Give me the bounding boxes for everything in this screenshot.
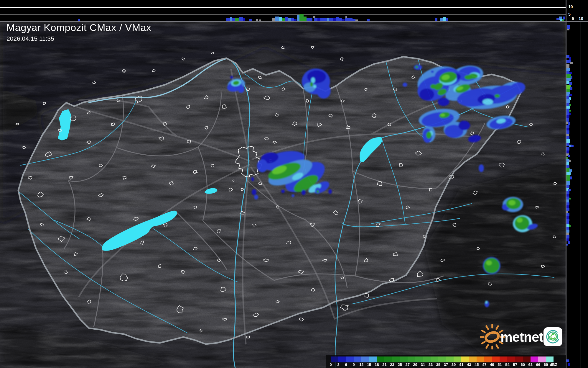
projection-echo [566, 106, 570, 109]
projection-echo [235, 18, 239, 21]
radar-echo [431, 71, 434, 73]
logo-text: metnet [500, 329, 543, 345]
brand-logo: metnet [480, 322, 566, 351]
projection-echo [566, 238, 569, 241]
legend-color-cell [331, 356, 338, 362]
radar-echo [484, 258, 500, 273]
projection-echo [566, 359, 569, 362]
top-projection-strip [0, 0, 566, 21]
top-scale-label-10: 10 [568, 4, 573, 9]
radar-echo [486, 261, 492, 265]
radar-echo [291, 194, 294, 197]
projection-echo [566, 125, 569, 128]
projection-echo [78, 19, 80, 21]
projection-echo [566, 213, 569, 216]
legend-tick-label: 51 [498, 362, 502, 367]
legend-color-cell [408, 356, 415, 362]
projection-echo [556, 18, 559, 20]
legend-color-cell [454, 356, 461, 362]
right-projection-strip [566, 21, 588, 368]
projection-echo [345, 16, 347, 18]
projection-echo [342, 19, 345, 21]
radar-echo [317, 190, 319, 193]
radar-echo [517, 218, 523, 223]
projection-echo [566, 199, 569, 202]
legend-tick-label: 6 [345, 362, 347, 367]
projection-echo [309, 18, 312, 21]
projection-echo [279, 17, 282, 21]
radar-echo [254, 195, 258, 199]
projection-echo [239, 17, 243, 21]
radar-echo [419, 89, 434, 100]
legend-tick-label: 31 [421, 362, 425, 367]
legend-tick-label: 12 [359, 362, 363, 367]
projection-echo [566, 194, 569, 197]
legend-tick-label: 37 [444, 362, 448, 367]
projection-echo [440, 18, 443, 21]
projection-echo [570, 176, 572, 179]
projection-echo [571, 145, 574, 147]
projection-echo [566, 162, 569, 165]
projection-echo [566, 233, 569, 235]
projection-echo [566, 227, 569, 230]
legend-color-cell [338, 356, 346, 362]
radar-echo [230, 76, 233, 79]
projection-echo [567, 25, 570, 29]
radar-echo [479, 164, 484, 172]
legend-unit-label: dBZ [550, 362, 557, 367]
projection-echo [566, 175, 570, 181]
legend-tick-label: 3 [337, 362, 339, 367]
projection-echo [333, 18, 336, 21]
legend-tick-label: 63 [528, 362, 533, 367]
projection-echo [566, 118, 569, 122]
radar-echo [252, 189, 256, 195]
radar-echo [238, 85, 244, 93]
legend-tick-label: 27 [405, 362, 409, 367]
legend-color-cell [354, 356, 361, 362]
projection-echo [566, 191, 569, 194]
legend-color-cell [377, 356, 384, 362]
projection-echo [566, 151, 569, 153]
projection-echo [345, 18, 349, 21]
radar-echo [482, 99, 493, 105]
radar-echo [495, 94, 500, 98]
right-scale-label-5: 5 [572, 16, 574, 21]
projection-echo [570, 87, 572, 90]
legend-color-cell [477, 356, 484, 362]
projection-echo [566, 78, 571, 81]
projection-echo [569, 110, 571, 112]
radar-echo [281, 189, 285, 193]
legend-color-cell [461, 356, 469, 362]
legend-color-cells [331, 356, 554, 362]
projection-echo [566, 147, 569, 151]
legend-color-cell [492, 356, 500, 362]
projection-echo [443, 17, 446, 21]
projection-echo [569, 113, 571, 115]
projection-echo [339, 18, 342, 21]
projection-echo [566, 115, 569, 118]
projection-echo [275, 17, 279, 21]
projection-echo [569, 198, 571, 199]
legend-color-cell [369, 356, 377, 362]
projection-echo [566, 85, 571, 89]
projection-echo [349, 18, 353, 21]
projection-echo [571, 76, 572, 79]
radar-echo [307, 70, 326, 83]
projection-echo [566, 71, 569, 74]
projection-echo [566, 244, 568, 246]
right-gridline-10km [581, 21, 581, 368]
legend-tick-label: 60 [521, 362, 525, 367]
legend-color-cell [500, 356, 507, 362]
projection-echo [446, 18, 448, 21]
legend-tick-label: 66 [536, 362, 540, 367]
projection-echo [324, 18, 327, 21]
projection-echo [288, 18, 291, 21]
radar-echo [310, 82, 313, 87]
legend-tick-label: 49 [490, 362, 494, 367]
legend-color-cell [515, 356, 523, 362]
projection-echo [353, 19, 355, 21]
legend-tick-label: 45 [475, 362, 479, 367]
projection-echo [568, 155, 570, 157]
projection-echo [566, 216, 569, 219]
page-title: Magyar Kompozit CMax / VMax [6, 22, 151, 33]
